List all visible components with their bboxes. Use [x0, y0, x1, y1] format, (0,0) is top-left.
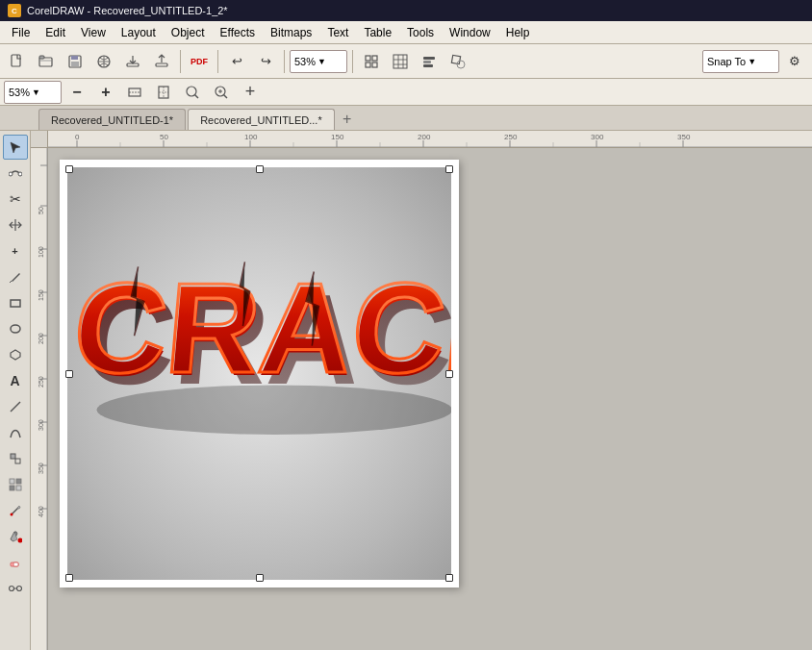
- menu-help[interactable]: Help: [498, 24, 538, 41]
- handle-ml[interactable]: [65, 370, 73, 378]
- zoom-level-combo[interactable]: 53% ▼: [290, 50, 347, 73]
- svg-text:50: 50: [38, 207, 44, 214]
- menu-layout[interactable]: Layout: [114, 24, 164, 41]
- tab-1[interactable]: Recovered_UNTITLED-1*: [38, 109, 186, 130]
- zoom-1to1-btn[interactable]: [179, 79, 206, 106]
- canvas-area[interactable]: 0 50 100 150 200 250: [31, 131, 812, 650]
- svg-rect-32: [11, 300, 20, 307]
- tool-freehand[interactable]: +: [3, 238, 28, 263]
- page-canvas: CRACK CRACK CRACK: [60, 160, 459, 588]
- sep3: [284, 50, 285, 73]
- import-button[interactable]: [119, 48, 146, 75]
- tool-line[interactable]: [3, 394, 28, 419]
- tool-pen[interactable]: [3, 264, 28, 289]
- menu-window[interactable]: Window: [442, 24, 498, 41]
- tool-paint[interactable]: [3, 524, 28, 549]
- tool-bezier[interactable]: [3, 420, 28, 445]
- handle-mr[interactable]: [445, 370, 453, 378]
- tool-connector[interactable]: [3, 576, 28, 601]
- tool-rectangle[interactable]: [3, 290, 28, 315]
- view-fit-button[interactable]: [358, 48, 385, 75]
- svg-rect-19: [423, 61, 431, 63]
- svg-text:CRACK: CRACK: [77, 256, 451, 399]
- crack-text-svg: CRACK CRACK CRACK: [77, 196, 451, 456]
- snap-dropdown-icon: ▼: [748, 57, 756, 66]
- svg-text:100: 100: [38, 246, 44, 258]
- redo-button[interactable]: ↪: [252, 48, 279, 75]
- svg-text:0: 0: [75, 133, 80, 141]
- svg-rect-40: [10, 486, 14, 490]
- tool-ellipse[interactable]: [3, 316, 28, 341]
- zoom-in-btn[interactable]: +: [92, 79, 119, 106]
- ruler-corner: [31, 131, 48, 148]
- zoom-select-btn[interactable]: [208, 79, 235, 106]
- svg-rect-10: [372, 56, 377, 61]
- svg-point-94: [97, 386, 451, 435]
- tool-pan[interactable]: [3, 212, 28, 238]
- menu-bitmaps[interactable]: Bitmaps: [263, 24, 319, 41]
- svg-rect-36: [11, 454, 15, 459]
- svg-rect-18: [423, 57, 435, 60]
- handle-tm[interactable]: [256, 165, 264, 173]
- menubar: File Edit View Layout Object Effects Bit…: [0, 21, 812, 44]
- menu-file[interactable]: File: [4, 24, 38, 41]
- svg-rect-20: [423, 64, 433, 67]
- tool-polygon[interactable]: [3, 342, 28, 367]
- titlebar: C CorelDRAW - Recovered_UNTITLED-1_2*: [0, 0, 812, 21]
- align-button[interactable]: [416, 48, 443, 75]
- export-button[interactable]: [148, 48, 175, 75]
- zoom-fit-page-btn[interactable]: [150, 79, 177, 106]
- handle-bm[interactable]: [256, 574, 264, 582]
- tool-node[interactable]: [3, 161, 28, 186]
- save-button[interactable]: [62, 48, 89, 75]
- menu-table[interactable]: Table: [356, 24, 399, 41]
- tab-2[interactable]: Recovered_UNTITLED...*: [188, 109, 335, 130]
- svg-text:100: 100: [244, 133, 258, 141]
- zoom-out-btn[interactable]: −: [63, 79, 90, 106]
- menu-text[interactable]: Text: [319, 24, 356, 41]
- menu-object[interactable]: Object: [164, 24, 213, 41]
- svg-point-46: [9, 587, 13, 591]
- svg-text:250: 250: [504, 133, 518, 141]
- publish-web-button[interactable]: [90, 48, 117, 75]
- toolbox: ✂ + A: [0, 131, 31, 650]
- handle-br[interactable]: [445, 574, 453, 582]
- svg-line-35: [11, 402, 20, 412]
- svg-rect-5: [71, 56, 78, 60]
- transform-button[interactable]: [444, 48, 471, 75]
- settings-button[interactable]: ⚙: [781, 48, 808, 75]
- tab-2-label: Recovered_UNTITLED...*: [200, 114, 322, 126]
- menu-tools[interactable]: Tools: [399, 24, 442, 41]
- zoom-plus-btn[interactable]: +: [237, 79, 264, 106]
- undo-button[interactable]: ↩: [223, 48, 250, 75]
- svg-text:50: 50: [160, 133, 168, 141]
- handle-tl[interactable]: [65, 165, 73, 173]
- tool-crop[interactable]: ✂: [3, 187, 28, 212]
- tool-pattern[interactable]: [3, 472, 28, 497]
- menu-edit[interactable]: Edit: [38, 24, 73, 41]
- svg-point-29: [9, 172, 13, 176]
- export-pdf-button[interactable]: PDF: [186, 48, 213, 75]
- handle-bl[interactable]: [65, 574, 73, 582]
- svg-rect-45: [13, 562, 18, 566]
- tool-eraser[interactable]: [3, 550, 28, 575]
- open-button[interactable]: [33, 48, 60, 75]
- menu-view[interactable]: View: [73, 24, 114, 41]
- svg-text:400: 400: [38, 506, 44, 517]
- grid-button[interactable]: [387, 48, 414, 75]
- tool-eyedropper[interactable]: [3, 498, 28, 523]
- handle-tr[interactable]: [445, 165, 453, 173]
- tool-text[interactable]: A: [3, 368, 28, 393]
- zoom-combo-2[interactable]: 53% ▼: [4, 81, 62, 104]
- toolbar2: 53% ▼ − + +: [0, 79, 812, 106]
- tool-select[interactable]: [3, 135, 28, 160]
- tab-add-button[interactable]: +: [337, 109, 358, 130]
- svg-rect-2: [39, 56, 44, 59]
- zoom-fit-width-btn[interactable]: [121, 79, 148, 106]
- artwork: CRACK CRACK CRACK: [67, 167, 451, 580]
- new-button[interactable]: [4, 48, 31, 75]
- menu-effects[interactable]: Effects: [213, 24, 263, 41]
- svg-rect-9: [366, 56, 370, 61]
- tool-smartfill[interactable]: [3, 446, 28, 471]
- snap-to-combo[interactable]: Snap To ▼: [702, 50, 779, 73]
